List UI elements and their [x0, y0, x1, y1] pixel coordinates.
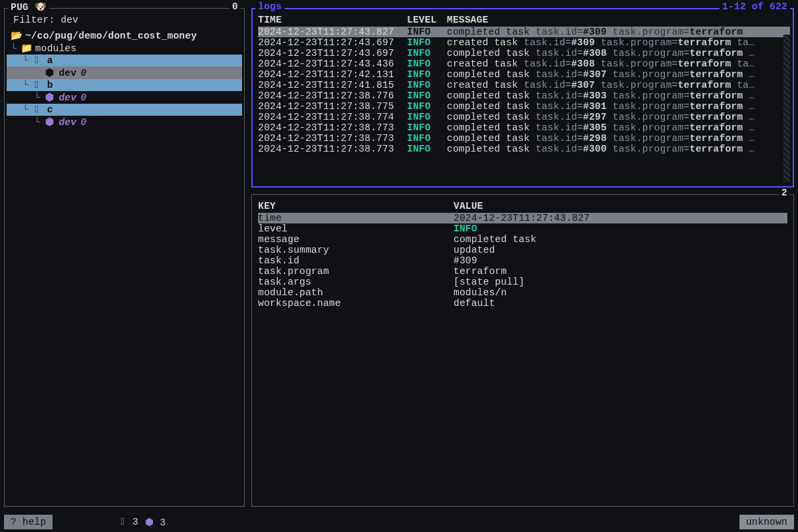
footer-stats: 󰠱 3 ⬢ 3 — [120, 517, 166, 528]
log-row[interactable]: 2024-12-23T11:27:42.131INFOcompleted tas… — [258, 69, 790, 80]
module-icon: 󰠱 — [33, 104, 43, 115]
tree-module-a[interactable]: └ 󰠱a — [7, 55, 242, 66]
tree-module-c[interactable]: └ 󰠱c — [7, 104, 242, 116]
log-row[interactable]: 2024-12-23T11:27:43.436INFOcreated task … — [258, 59, 790, 69]
details-counter: 2 — [779, 188, 790, 198]
logs-range: 1-12 of 622 — [720, 1, 790, 12]
explorer-counter: 0 — [229, 1, 241, 12]
logs-header: TIME LEVEL MESSAGE — [258, 15, 790, 27]
log-row[interactable]: 2024-12-23T11:27:41.815INFOcreated task … — [258, 80, 790, 90]
log-row[interactable]: 2024-12-23T11:27:38.773INFOcompleted tas… — [258, 122, 790, 133]
detail-row-module-path[interactable]: module.pathmodules/n — [258, 287, 787, 298]
detail-row-task-id[interactable]: task.id#309 — [258, 255, 787, 266]
log-row[interactable]: 2024-12-23T11:27:38.773INFOcompleted tas… — [258, 133, 790, 144]
details-header: KEY VALUE — [258, 201, 787, 213]
workspace-icon: ⬢ — [45, 92, 55, 103]
tree-ws-b-dev[interactable]: └ ⬢dev 0 — [7, 91, 242, 104]
logs-title: logs — [255, 1, 285, 12]
detail-row-message[interactable]: messagecompleted task — [258, 234, 787, 245]
log-row[interactable]: 2024-12-23T11:27:38.774INFOcompleted tas… — [258, 112, 790, 122]
module-icon: 󰠱 — [33, 55, 43, 66]
log-row[interactable]: 2024-12-23T11:27:43.697INFOcreated task … — [258, 37, 790, 48]
log-row[interactable]: 2024-12-23T11:27:43.697INFOcompleted tas… — [258, 48, 790, 59]
workspace-icon: ⬢ — [45, 67, 55, 78]
detail-row-level[interactable]: levelINFO — [258, 223, 787, 234]
detail-row-workspace-name[interactable]: workspace.namedefault — [258, 298, 787, 309]
detail-row-time[interactable]: time2024-12-23T11:27:43.827 — [258, 213, 787, 223]
tree-modules[interactable]: └ 📁modules — [7, 42, 242, 55]
module-tree[interactable]: 📂~/co/pug/demo/dont_cost_money└ 📁modules… — [7, 29, 242, 128]
log-row[interactable]: 2024-12-23T11:27:38.775INFOcompleted tas… — [258, 101, 790, 112]
status-bar: ? help 󰠱 3 ⬢ 3 unknown — [4, 515, 794, 529]
log-row[interactable]: 2024-12-23T11:27:38.773INFOcompleted tas… — [258, 144, 790, 154]
filter-input[interactable]: Filter: dev — [7, 13, 242, 29]
folder-open-icon: 📂 — [11, 30, 21, 41]
tree-ws-a-dev[interactable]: └ ⬢dev 0 — [7, 66, 242, 79]
detail-row-task-program[interactable]: task.programterraform — [258, 266, 787, 277]
log-row[interactable]: 2024-12-23T11:27:43.827INFOcompleted tas… — [258, 27, 790, 37]
status-text: unknown — [739, 515, 794, 529]
module-icon: 󰠱 — [120, 517, 126, 527]
log-details-panel[interactable]: 2 KEY VALUE time2024-12-23T11:27:43.827l… — [251, 194, 794, 507]
folder-icon: 📁 — [21, 43, 31, 54]
help-hint[interactable]: ? help — [4, 515, 53, 529]
app-title: PUG 🐶 — [8, 1, 49, 13]
tree-module-b[interactable]: └ 󰠱b — [7, 79, 242, 91]
detail-row-task-args[interactable]: task.args[state pull] — [258, 277, 787, 287]
workspace-icon: ⬢ — [145, 517, 154, 528]
tree-root[interactable]: 📂~/co/pug/demo/dont_cost_money — [7, 29, 242, 42]
detail-row-task-summary[interactable]: task.summaryupdated — [258, 245, 787, 255]
explorer-panel[interactable]: PUG 🐶 0 Filter: dev 📂~/co/pug/demo/dont_… — [4, 8, 245, 507]
logs-scrollbar[interactable] — [783, 35, 790, 182]
module-icon: 󰠱 — [33, 80, 43, 90]
workspace-icon: ⬢ — [45, 116, 55, 128]
log-row[interactable]: 2024-12-23T11:27:38.776INFOcompleted tas… — [258, 90, 790, 101]
logs-panel[interactable]: logs 1-12 of 622 TIME LEVEL MESSAGE 2024… — [251, 8, 794, 188]
tree-ws-c-dev[interactable]: └ ⬢dev 0 — [7, 116, 242, 128]
